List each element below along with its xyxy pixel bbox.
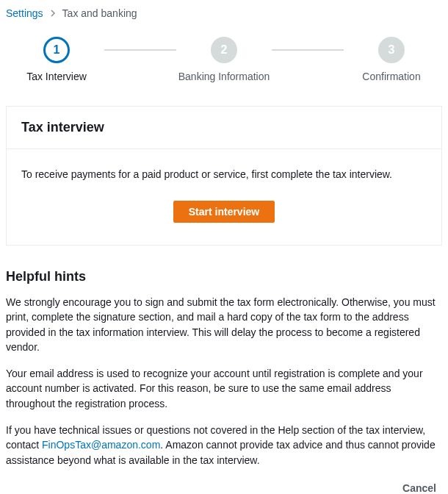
hint-paragraph: Your email address is used to recognize … xyxy=(6,366,442,411)
tax-interview-panel: Tax interview To receive payments for a … xyxy=(6,106,442,246)
breadcrumb-settings-link[interactable]: Settings xyxy=(6,7,43,19)
step-banking-information: 2 Banking Information xyxy=(176,37,272,82)
step-label: Banking Information xyxy=(178,71,270,82)
cancel-button[interactable]: Cancel xyxy=(397,479,442,494)
step-tax-interview: 1 Tax Interview xyxy=(9,37,104,82)
panel-title: Tax interview xyxy=(21,120,427,135)
step-number: 3 xyxy=(378,37,405,63)
panel-header: Tax interview xyxy=(7,107,441,149)
footer-actions: Cancel xyxy=(6,479,442,494)
contact-email-link[interactable]: FinOpsTax@amazon.com xyxy=(42,439,160,451)
hint-paragraph: If you have technical issues or question… xyxy=(6,423,442,468)
step-label: Confirmation xyxy=(362,71,420,82)
stepper: 1 Tax Interview 2 Banking Information 3 … xyxy=(6,37,442,82)
panel-body: To receive payments for a paid product o… xyxy=(7,149,441,245)
breadcrumb-current: Tax and banking xyxy=(62,7,137,19)
step-label: Tax Interview xyxy=(26,71,87,82)
helpful-hints: Helpful hints We strongly encourage you … xyxy=(6,269,442,468)
hint-paragraph: We strongly encourage you to sign and su… xyxy=(6,295,442,354)
start-interview-button[interactable]: Start interview xyxy=(173,201,275,223)
step-connector xyxy=(272,49,344,51)
step-number: 1 xyxy=(43,37,70,63)
step-number: 2 xyxy=(211,37,237,63)
step-connector xyxy=(104,49,176,51)
hints-title: Helpful hints xyxy=(6,269,442,284)
step-confirmation: 3 Confirmation xyxy=(344,37,439,82)
chevron-right-icon xyxy=(49,7,57,19)
breadcrumb: Settings Tax and banking xyxy=(6,7,442,19)
panel-description: To receive payments for a paid product o… xyxy=(21,168,427,180)
